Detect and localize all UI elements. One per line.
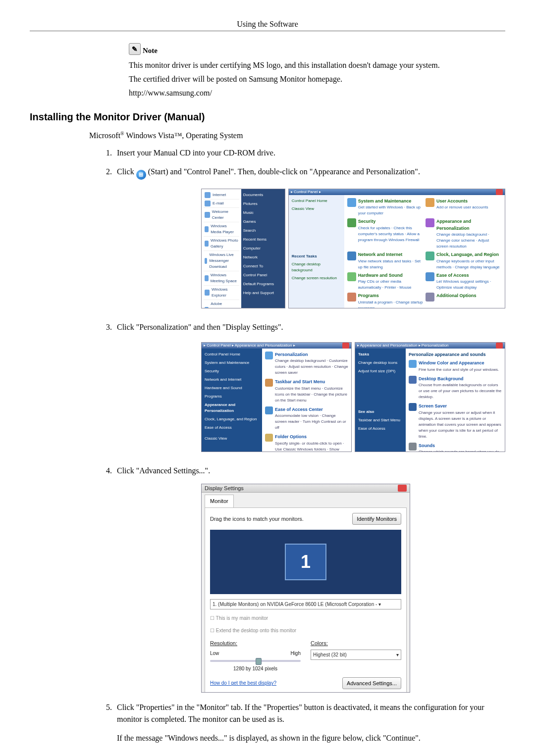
sm-right-item[interactable]: Help and Support: [243, 290, 283, 296]
cpl-side-res[interactable]: Change screen resolution: [292, 275, 341, 281]
slider-knob[interactable]: [256, 658, 262, 665]
cpl-side-classic[interactable]: Classic View: [292, 206, 341, 212]
pr-item-sounds[interactable]: SoundsChange which sounds are heard when…: [409, 443, 502, 452]
cpl-cat-security[interactable]: SecurityCheck for updates · Check this c…: [347, 218, 424, 250]
start-orb-icon: ⊞: [136, 170, 146, 180]
pers-item-taskbar[interactable]: Taskbar and Start MenuCustomize the Star…: [265, 379, 348, 403]
side-item[interactable]: Clock, Language, and Region: [205, 416, 259, 422]
shield-icon: [347, 218, 356, 227]
side-item[interactable]: Ease of Access: [358, 426, 403, 432]
close-icon[interactable]: [398, 485, 407, 492]
cpl-sidebar: Control Panel Home Classic View Recent T…: [289, 195, 344, 308]
monitor-tab[interactable]: Monitor: [205, 495, 234, 507]
side-item[interactable]: Ease of Access: [205, 425, 259, 431]
resolution-slider[interactable]: [210, 660, 301, 662]
close-icon[interactable]: [496, 189, 503, 195]
note-block: ✎ Note This monitor driver is under cert…: [129, 43, 505, 98]
pers-item-personalization[interactable]: PersonalizationChange desktop background…: [265, 352, 348, 376]
sm-right-item[interactable]: Documents: [243, 192, 283, 198]
sm-right-item[interactable]: Control Panel: [243, 272, 283, 278]
sm-item[interactable]: Windows Meeting Space: [204, 271, 239, 286]
step-5: Click "Properties" in the "Monitor" tab.…: [114, 702, 505, 744]
side-item[interactable]: Control Panel Home: [205, 352, 259, 357]
monitor-dropdown[interactable]: 1. (Multiple Monitors) on NVIDIA GeForce…: [210, 599, 401, 609]
sm-item[interactable]: Windows Photo Gallery: [204, 237, 239, 251]
side-item[interactable]: Network and Internet: [205, 377, 259, 383]
note-line-1: This monitor driver is under certifying …: [129, 61, 505, 70]
sm-right-item[interactable]: Pictures: [243, 201, 283, 207]
sm-right-item[interactable]: Computer: [243, 246, 283, 252]
item-sub: Change which sounds are heard when you d…: [419, 449, 502, 452]
pers-item-ease[interactable]: Ease of Access CenterAccommodate low vis…: [265, 406, 348, 431]
pers-item-folder[interactable]: Folder OptionsSpecify single- or double-…: [265, 434, 348, 452]
cpl-side-home[interactable]: Control Panel Home: [292, 198, 341, 204]
pr-item-saver[interactable]: Screen SaverChange your screen saver or …: [409, 403, 502, 440]
step-5-text: Click "Properties" in the "Monitor" tab.…: [117, 703, 484, 723]
pr-item-bg[interactable]: Desktop BackgroundChoose from available …: [409, 376, 502, 401]
sm-item[interactable]: Windows Explorer: [204, 286, 239, 300]
cpl-cat-clock[interactable]: Clock, Language, and RegionChange keyboa…: [426, 252, 502, 270]
cpl-cat-users[interactable]: User AccountsAdd or remove user accounts: [426, 198, 502, 217]
help-link[interactable]: How do I get the best display?: [210, 679, 276, 687]
chevron-down-icon: ▾: [396, 651, 399, 658]
sm-label: Windows Explorer: [212, 287, 238, 299]
side-item[interactable]: Change desktop icons: [358, 360, 403, 366]
sm-right-item[interactable]: Games: [243, 219, 283, 225]
ds-panel: Drag the icons to match your monitors. I…: [205, 507, 407, 693]
monitor-icon-1[interactable]: 1: [285, 544, 326, 580]
cat-title: Security: [358, 218, 424, 225]
side-item[interactable]: Adjust font size (DPI): [358, 368, 403, 374]
item-title: Desktop Background: [419, 376, 502, 383]
side-item[interactable]: Programs: [205, 394, 259, 400]
cpl-cat-programs[interactable]: ProgramsUninstall a program · Change sta…: [347, 293, 424, 308]
sm-item[interactable]: Windows Live Messenger Download: [204, 251, 239, 271]
item-sub: Customize the Start menu · Customize ico…: [275, 386, 348, 403]
side-item[interactable]: Security: [205, 368, 259, 374]
cpl-addr-crumb: ▸ Control Panel ▸: [291, 189, 321, 195]
sm-right-item[interactable]: Search: [243, 228, 283, 234]
sm-item[interactable]: Adobe Photoshop CS2: [204, 300, 239, 308]
sm-right-item[interactable]: Recent Items: [243, 237, 283, 243]
pr-item-color[interactable]: Window Color and AppearanceFine tune the…: [409, 360, 502, 373]
options-icon: [426, 293, 434, 302]
app-icon: [205, 241, 209, 247]
side-item[interactable]: System and Maintenance: [205, 360, 259, 366]
sm-item[interactable]: Windows Media Player: [204, 222, 239, 237]
close-icon[interactable]: [496, 343, 503, 349]
side-item-active[interactable]: Appearance and Personalization: [205, 402, 259, 414]
sm-item[interactable]: Internet: [204, 191, 239, 200]
cat-title: System and Maintenance: [358, 198, 424, 205]
cpl-cat-appearance[interactable]: Appearance and PersonalizationChange des…: [426, 218, 502, 250]
sm-right-item[interactable]: Network: [243, 254, 283, 260]
cpl-cat-network[interactable]: Network and InternetView network status …: [347, 252, 424, 270]
item-title: Folder Options: [275, 434, 348, 441]
identify-monitors-button[interactable]: Identify Monitors: [352, 513, 401, 525]
close-icon[interactable]: [342, 343, 349, 349]
sm-item[interactable]: Welcome Center: [204, 208, 239, 222]
side-item[interactable]: Hardware and Sound: [205, 385, 259, 391]
cpl-cat-ease[interactable]: Ease of AccessLet Windows suggest settin…: [426, 272, 502, 291]
sm-right-item[interactable]: Music: [243, 210, 283, 216]
note-label: Note: [143, 47, 158, 55]
cpl-cat-additional[interactable]: Additional Options: [426, 293, 502, 308]
advanced-settings-button[interactable]: Advanced Settings...: [342, 677, 401, 690]
note-url: http://www.samsung.com/: [129, 89, 505, 98]
sm-right-item[interactable]: Connect To: [243, 263, 283, 269]
colors-dropdown[interactable]: Highest (32 bit)▾: [311, 650, 401, 660]
check-label: This is my main monitor: [216, 615, 268, 621]
cpl-side-bg[interactable]: Change desktop background: [292, 261, 341, 273]
resolution-label: Resolution:: [210, 640, 237, 646]
cpl-cat-system[interactable]: System and MaintenanceGet started with W…: [347, 198, 424, 217]
sm-item[interactable]: E-mail: [204, 200, 239, 208]
side-item[interactable]: Classic View: [205, 436, 259, 442]
checkbox-extend-desktop[interactable]: ☐ Extend the desktop onto this monitor: [210, 627, 401, 634]
hardware-icon: [347, 272, 356, 281]
side-item[interactable]: Taskbar and Start Menu: [358, 417, 403, 423]
cpl-cat-hardware[interactable]: Hardware and SoundPlay CDs or other medi…: [347, 272, 424, 291]
step-2-text-a: Click: [117, 167, 136, 176]
monitor-preview[interactable]: 1: [210, 530, 401, 594]
breadcrumb: ▸ Control Panel ▸ Appearance and Persona…: [204, 343, 295, 349]
cat-sub: Play CDs or other media automatically · …: [358, 279, 424, 291]
sm-right-item[interactable]: Default Programs: [243, 281, 283, 287]
checkbox-main-monitor[interactable]: ☐ This is my main monitor: [210, 614, 401, 622]
